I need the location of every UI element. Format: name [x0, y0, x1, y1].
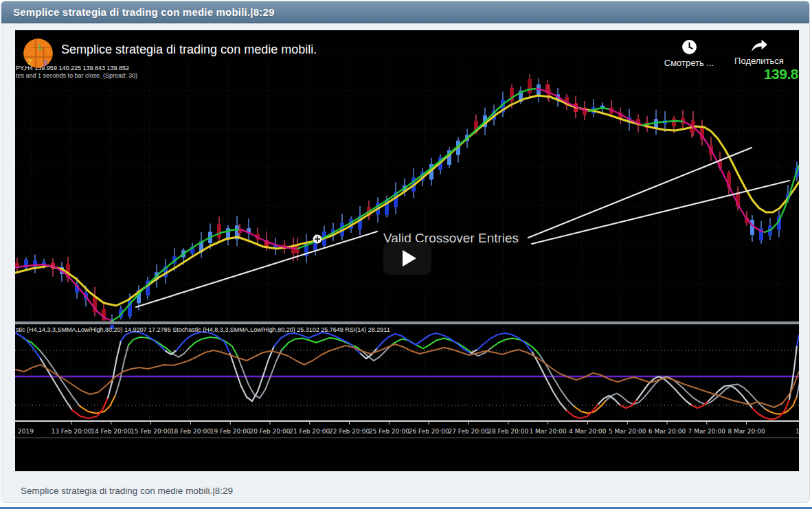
svg-text:15 Feb 20:00: 15 Feb 20:00	[131, 428, 171, 435]
svg-text:2019: 2019	[18, 428, 34, 435]
share-arrow-icon	[750, 38, 769, 54]
video-card: Semplice strategia di trading con medie …	[1, 1, 810, 503]
svg-text:27 Feb 20:00: 27 Feb 20:00	[448, 428, 488, 435]
video-player[interactable]: 201913 Feb 20:0014 Feb 20:0015 Feb 20:00…	[15, 30, 799, 471]
card-header: Semplice strategia di trading con medie …	[1, 1, 809, 23]
play-button[interactable]	[383, 242, 431, 275]
svg-text:5 Mar 20:00: 5 Mar 20:00	[609, 428, 646, 435]
svg-text:21 Feb 20:00: 21 Feb 20:00	[289, 428, 330, 435]
card-header-title: Semplice strategia di trading con medie …	[13, 6, 275, 18]
indicator-caption: stic (H4,14,3,3,SMMA,Low/High,80,20) 14.…	[16, 326, 390, 333]
page: Semplice strategia di trading con medie …	[0, 0, 812, 509]
share-button[interactable]: Поделиться	[728, 38, 791, 66]
svg-text:18 Feb 20:00: 18 Feb 20:00	[170, 428, 211, 435]
svg-text:14 Feb 20:00: 14 Feb 20:00	[91, 428, 131, 435]
play-icon	[403, 250, 416, 267]
svg-text:8 Mar 20:00: 8 Mar 20:00	[728, 428, 765, 435]
svg-text:13 Feb 20:00: 13 Feb 20:00	[51, 428, 91, 435]
channel-avatar[interactable]: 1 2 3	[23, 38, 53, 68]
watch-later-button[interactable]: Смотреть ...	[657, 38, 721, 68]
svg-text:20 Feb 20:00: 20 Feb 20:00	[249, 428, 290, 435]
video-caption: Semplice strategia di trading con medie …	[21, 486, 233, 496]
avatar-digit-2: 2	[27, 58, 32, 66]
avatar-digit-1: 1	[38, 43, 42, 52]
watch-later-label: Смотреть ...	[664, 58, 714, 68]
svg-text:1 Mar 20:00: 1 Mar 20:00	[529, 428, 567, 435]
svg-text:26 Feb 20:00: 26 Feb 20:00	[409, 428, 449, 435]
svg-text:4 Mar 20:00: 4 Mar 20:00	[569, 428, 607, 435]
share-label: Поделиться	[734, 56, 784, 66]
video-header: 1 2 3 Semplice strategia di trading con …	[15, 30, 799, 106]
video-title[interactable]: Semplice strategia di trading con medie …	[61, 43, 317, 57]
svg-text:6 Mar 20:00: 6 Mar 20:00	[649, 428, 686, 435]
svg-text:25 Feb 20:00: 25 Feb 20:00	[369, 428, 409, 435]
avatar-digit-3: 3	[43, 59, 47, 67]
svg-text:7 Mar 20:00: 7 Mar 20:00	[688, 428, 726, 435]
svg-text:22 Feb 20:00: 22 Feb 20:00	[329, 428, 370, 435]
svg-text:28 Feb 20:00: 28 Feb 20:00	[488, 428, 528, 435]
svg-text:19 Feb 20:00: 19 Feb 20:00	[210, 428, 251, 435]
clock-icon	[681, 38, 698, 56]
svg-text:1: 1	[796, 428, 799, 435]
